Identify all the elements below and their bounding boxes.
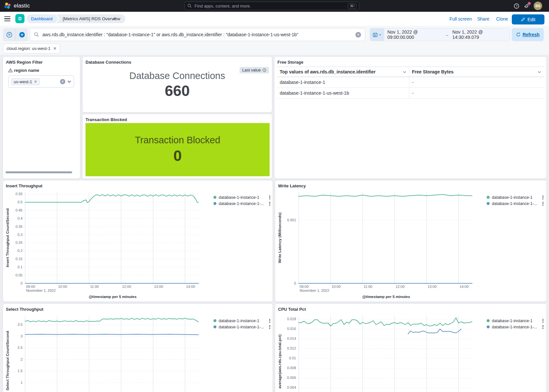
legend-series-dot <box>213 196 216 199</box>
legend-item[interactable]: database-1-instance-1-... <box>213 324 271 330</box>
column-header-free-storage-bytes[interactable]: Free Storage Bytes <box>409 67 544 77</box>
add-filter-icon[interactable] <box>16 28 28 41</box>
share-link[interactable]: Share <box>477 16 489 22</box>
date-range-end[interactable]: Nov 1, 2022 @ 14:30:49.079 <box>452 29 506 40</box>
cell-free-storage-bytes: - <box>409 88 544 98</box>
panel-insert-throughput: 09:00November 1, 202210:0011:0012:0013:0… <box>3 180 273 302</box>
horizontal-scrollbar[interactable] <box>6 171 72 173</box>
legend-item[interactable]: database-1-instance-1-... <box>487 200 544 207</box>
cpu-total-pct-chart[interactable]: 09:00November 1, 202210:0011:0012:0013:0… <box>275 304 546 392</box>
legend-item[interactable]: database-1-instance-1 <box>213 194 271 200</box>
space-avatar[interactable]: D <box>15 14 24 23</box>
svg-text:0.25: 0.25 <box>16 241 23 244</box>
svg-text:1.5: 1.5 <box>18 369 23 373</box>
svg-text:0.05: 0.05 <box>16 273 23 277</box>
legend-item[interactable]: database-1-instance-1 <box>487 194 544 200</box>
refresh-button[interactable]: Refresh <box>512 28 544 41</box>
legend-actions-icon[interactable] <box>542 201 544 206</box>
column-header-identifier[interactable]: Top values of aws.rds.db_instance.identi… <box>277 69 409 74</box>
svg-text:Insert Throughput Count/Second: Insert Throughput Count/Second <box>6 208 9 267</box>
svg-text:0.1: 0.1 <box>18 265 23 269</box>
svg-text:November 1, 2022: November 1, 2022 <box>300 289 329 292</box>
sort-chevron-icon[interactable] <box>538 70 541 74</box>
series-line-database-1-instance-1 <box>25 318 198 322</box>
date-range-start[interactable]: Nov 1, 2022 @ 09:00:00.000 <box>387 29 441 40</box>
svg-text:11:00: 11:00 <box>90 285 99 289</box>
legend-actions-icon[interactable] <box>542 195 544 200</box>
svg-text:3.5: 3.5 <box>18 322 23 326</box>
legend-series-label: database-1-instance-1-... <box>492 325 537 329</box>
user-menu[interactable]: BS <box>533 0 543 12</box>
svg-text:0.3: 0.3 <box>18 233 23 237</box>
svg-text:10:00: 10:00 <box>332 285 341 289</box>
global-search-input[interactable]: Find apps, content, and more. ⌘/ <box>184 2 359 10</box>
svg-text:1: 1 <box>21 381 23 384</box>
panel-title: Select Throughput <box>6 307 43 312</box>
svg-text:0.5: 0.5 <box>18 200 23 204</box>
legend-series-label: database-1-instance-1 <box>219 319 259 323</box>
full-screen-link[interactable]: Full screen <box>449 16 472 22</box>
saved-query-filter-icon[interactable] <box>3 28 16 41</box>
svg-text:November 1, 2022: November 1, 2022 <box>26 289 56 292</box>
table-row: database-1-instance-1- <box>277 77 544 88</box>
legend-item[interactable]: database-1-instance-1 <box>213 318 271 324</box>
svg-text:0.018: 0.018 <box>287 317 296 321</box>
elastic-logo[interactable]: elastic <box>4 0 30 12</box>
edit-button-label: Edit <box>527 17 535 22</box>
legend-actions-icon[interactable] <box>542 324 544 330</box>
calendar-menu-button[interactable] <box>370 28 384 41</box>
edit-button[interactable]: Edit <box>512 14 544 24</box>
svg-text:12:00: 12:00 <box>122 285 131 289</box>
clear-query-icon[interactable]: ✕ <box>355 32 361 38</box>
panel-write-latency: 09:00November 1, 202210:0011:0012:0013:0… <box>275 180 546 302</box>
breadcrumb-dashboard[interactable]: Dashboard <box>27 14 58 23</box>
series-line-database-1-instance-1 <box>299 318 472 326</box>
filter-pill[interactable]: cloud.region: us-west-1 ✕ <box>3 43 60 54</box>
help-icon[interactable]: ? <box>511 0 522 12</box>
chevron-down-icon <box>379 33 382 36</box>
chart-legend: database-1-instance-1database-1-instance… <box>213 194 271 207</box>
metric-value: 0 <box>173 147 182 165</box>
series-line-database-1-instance-1-us-west-1b <box>408 329 461 334</box>
date-range-arrow-icon: → <box>445 32 449 37</box>
svg-text:0.01: 0.01 <box>289 356 296 360</box>
notification-badge-dot <box>528 2 531 5</box>
clone-link[interactable]: Clone <box>496 16 508 22</box>
region-selected-pill[interactable]: us-west-1 ✕ <box>11 78 40 85</box>
query-input[interactable]: aws.rds.db_instance.identifier : "databa… <box>30 28 365 41</box>
query-menu-group <box>3 28 28 41</box>
saved-check-icon: ✓ <box>113 16 117 22</box>
legend-actions-icon[interactable] <box>542 318 544 323</box>
notifications-icon[interactable] <box>522 0 532 12</box>
select-throughput-chart[interactable]: 09:00November 1, 202210:0011:0012:0013:0… <box>3 304 273 392</box>
panel-title: Insert Throughput <box>6 183 42 188</box>
region-combobox[interactable]: us-west-1 ✕ ✕ <box>8 75 74 88</box>
remove-region-icon[interactable]: ✕ <box>34 80 37 84</box>
panel-title: Database Connections <box>86 60 131 65</box>
series-line-database-1-instance-1-us-west-1b <box>25 334 198 335</box>
menu-icon[interactable] <box>4 16 10 21</box>
date-picker: Nov 1, 2022 @ 09:00:00.000 → Nov 1, 2022… <box>370 28 510 41</box>
filter-pill-label: cloud.region: us-west-1 <box>7 46 50 51</box>
legend-actions-icon[interactable] <box>269 195 271 200</box>
query-search-icon <box>34 32 39 37</box>
legend-item[interactable]: database-1-instance-1 <box>487 318 544 324</box>
legend-actions-icon[interactable] <box>269 318 271 323</box>
refresh-label: Refresh <box>523 32 540 37</box>
legend-actions-icon[interactable] <box>269 324 271 330</box>
svg-text:0.004: 0.004 <box>287 385 296 389</box>
remove-filter-icon[interactable]: ✕ <box>53 46 56 51</box>
clear-selection-icon[interactable]: ✕ <box>60 79 65 84</box>
search-shortcut-badge: ⌘/ <box>348 3 356 9</box>
region-name-label: region name <box>8 68 39 73</box>
legend-item[interactable]: database-1-instance-1-... <box>487 324 544 330</box>
chart-legend: database-1-instance-1database-1-instance… <box>487 194 544 207</box>
combobox-chevron-icon[interactable] <box>67 80 71 84</box>
panel-transaction-blocked: Transaction Blocked Transaction Blocked … <box>83 114 272 179</box>
panel-select-throughput: 09:00November 1, 202210:0011:0012:0013:0… <box>3 304 273 392</box>
region-selected-value: us-west-1 <box>14 79 32 84</box>
legend-item[interactable]: database-1-instance-1-... <box>213 200 271 207</box>
series-line-database-1-instance-1 <box>25 195 198 202</box>
legend-actions-icon[interactable] <box>269 201 271 206</box>
sort-chevron-icon[interactable] <box>403 70 406 74</box>
